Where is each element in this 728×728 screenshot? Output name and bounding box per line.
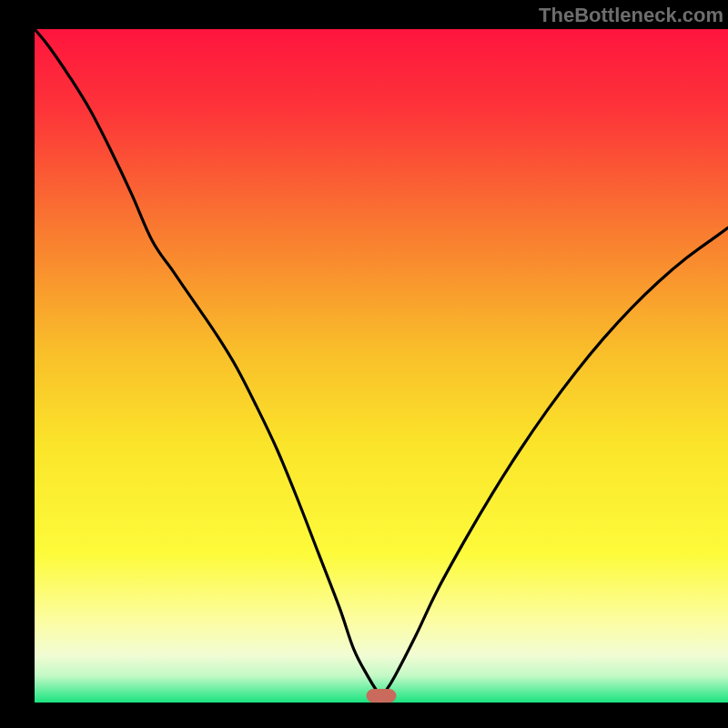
optimal-marker: [367, 690, 396, 703]
plot-area: [35, 29, 728, 703]
bottleneck-chart: TheBottleneck.com: [0, 0, 728, 728]
attribution-text: TheBottleneck.com: [539, 4, 723, 26]
